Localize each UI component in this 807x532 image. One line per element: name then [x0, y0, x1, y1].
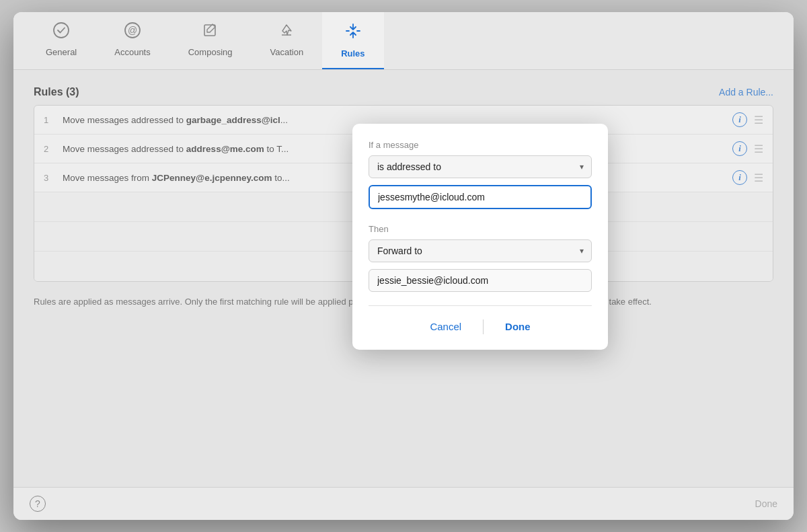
tab-rules-label: Rules	[341, 48, 364, 59]
done-button[interactable]: Done	[489, 317, 547, 336]
help-button[interactable]: ?	[30, 496, 46, 512]
bottom-done-button[interactable]: Done	[755, 498, 777, 509]
if-label: If a message	[369, 140, 592, 150]
then-label: Then	[369, 224, 592, 234]
svg-point-0	[54, 23, 69, 38]
rule-editor-modal: If a message is addressed to is from is …	[352, 124, 608, 350]
tab-general[interactable]: General	[27, 12, 95, 69]
cancel-button[interactable]: Cancel	[414, 317, 477, 336]
main-content: Rules (3) Add a Rule... 1 Move messages …	[13, 70, 794, 487]
modal-buttons: Cancel Done	[369, 305, 592, 336]
tab-composing[interactable]: Composing	[169, 12, 252, 69]
tab-accounts-label: Accounts	[114, 47, 150, 57]
condition-select-wrapper: is addressed to is from is not from has …	[369, 155, 592, 178]
condition-select[interactable]: is addressed to is from is not from has …	[369, 155, 592, 178]
help-icon: ?	[35, 498, 40, 509]
composing-icon	[202, 22, 219, 43]
tab-general-label: General	[46, 47, 77, 57]
tab-bar: General @ Accounts Composing	[13, 12, 794, 70]
general-icon	[52, 22, 70, 43]
action-select[interactable]: Forward to Move to Mark as Delete	[369, 239, 592, 262]
button-divider	[483, 319, 484, 334]
rules-icon	[344, 22, 362, 44]
action-select-wrapper: Forward to Move to Mark as Delete ▾	[369, 239, 592, 262]
condition-email-input[interactable]	[369, 185, 592, 209]
tab-rules[interactable]: Rules	[322, 12, 383, 69]
tab-composing-label: Composing	[188, 47, 233, 57]
action-email-input[interactable]	[369, 269, 592, 292]
settings-window: General @ Accounts Composing	[13, 12, 794, 520]
bottom-bar: ? Done	[13, 487, 794, 520]
tab-accounts[interactable]: @ Accounts	[95, 12, 169, 69]
tab-vacation[interactable]: Vacation	[252, 12, 323, 69]
accounts-icon: @	[124, 22, 141, 43]
tab-vacation-label: Vacation	[270, 47, 304, 57]
svg-text:@: @	[128, 25, 137, 36]
vacation-icon	[278, 22, 295, 43]
